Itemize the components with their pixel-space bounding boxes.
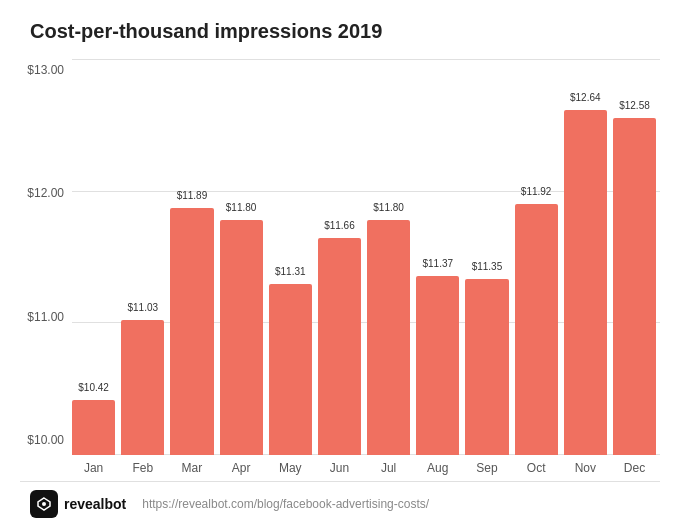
bar-value-label: $11.03 [127,302,158,313]
x-axis-label: May [269,461,312,475]
bar-value-label: $11.35 [472,261,503,272]
y-axis-label: $13.00 [27,63,64,77]
bar-col: $11.37 [416,63,459,455]
x-axis-label: Mar [170,461,213,475]
bar-value-label: $11.37 [422,258,453,269]
logo-box: revealbot [30,490,126,518]
bar-value-label: $11.80 [226,202,257,213]
bar: $11.92 [515,204,558,455]
bar: $11.66 [318,238,361,455]
bar-col: $11.35 [465,63,508,455]
footer: revealbot https://revealbot.com/blog/fac… [20,481,660,518]
bar-value-label: $11.31 [275,266,306,277]
svg-point-1 [42,502,46,506]
footer-url: https://revealbot.com/blog/facebook-adve… [142,497,429,511]
bar-col: $11.31 [269,63,312,455]
bar-col: $11.92 [515,63,558,455]
bar: $11.89 [170,208,213,455]
bar: $11.03 [121,320,164,455]
revealbot-icon [30,490,58,518]
bar-col: $10.42 [72,63,115,455]
bars-and-grid: $10.42$11.03$11.89$11.80$11.31$11.66$11.… [72,59,660,455]
y-axis-label: $10.00 [27,433,64,447]
bars-row: $10.42$11.03$11.89$11.80$11.31$11.66$11.… [72,59,660,455]
bar: $11.80 [220,220,263,455]
bar: $11.35 [465,279,508,455]
bar-value-label: $12.58 [619,100,650,111]
bar: $11.80 [367,220,410,455]
bar-value-label: $11.92 [521,186,552,197]
x-axis-label: Sep [465,461,508,475]
x-axis-label: Oct [515,461,558,475]
bar-col: $11.80 [220,63,263,455]
bar: $11.37 [416,276,459,455]
bar-col: $12.64 [564,63,607,455]
bar-value-label: $11.80 [373,202,404,213]
y-axis-label: $12.00 [27,186,64,200]
x-axis-label: Jun [318,461,361,475]
bar-col: $12.58 [613,63,656,455]
x-axis-label: Nov [564,461,607,475]
bar-col: $11.03 [121,63,164,455]
bar: $11.31 [269,284,312,455]
x-axis-label: Dec [613,461,656,475]
chart-area: $13.00$12.00$11.00$10.00 $10.42$11.03$11… [20,59,660,475]
bar-value-label: $10.42 [78,382,109,393]
bar-value-label: $12.64 [570,92,601,103]
x-axis: JanFebMarAprMayJunJulAugSepOctNovDec [72,455,660,475]
y-axis-label: $11.00 [27,310,64,324]
x-axis-label: Jan [72,461,115,475]
x-axis-label: Aug [416,461,459,475]
x-axis-label: Feb [121,461,164,475]
bar: $10.42 [72,400,115,455]
logo-text: revealbot [64,496,126,512]
bar-col: $11.80 [367,63,410,455]
bar: $12.58 [613,118,656,455]
x-axis-label: Jul [367,461,410,475]
bar-col: $11.66 [318,63,361,455]
chart-body: $10.42$11.03$11.89$11.80$11.31$11.66$11.… [72,59,660,475]
chart-title: Cost-per-thousand impressions 2019 [30,20,660,43]
bar: $12.64 [564,110,607,455]
x-axis-label: Apr [220,461,263,475]
bar-value-label: $11.66 [324,220,355,231]
y-axis: $13.00$12.00$11.00$10.00 [20,59,72,475]
bar-col: $11.89 [170,63,213,455]
bar-value-label: $11.89 [177,190,208,201]
